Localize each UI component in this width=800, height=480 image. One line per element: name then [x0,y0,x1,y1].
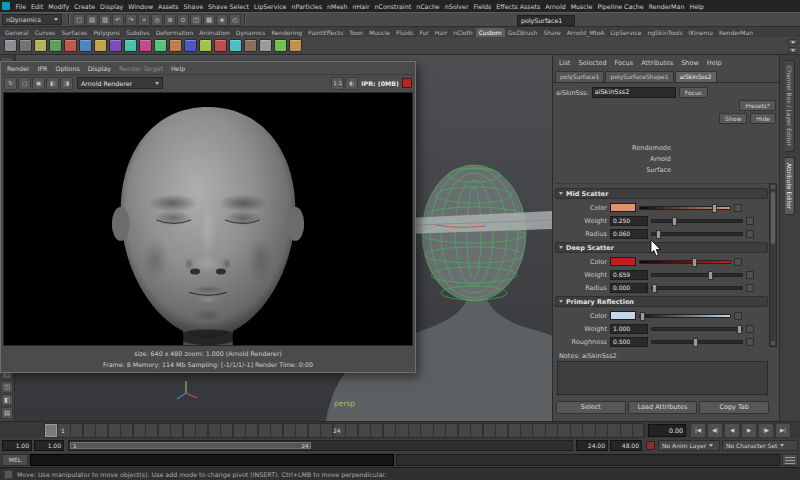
render-view-menu-0[interactable]: Render [3,65,33,72]
ae-tab-1[interactable]: polySurfaceShape1 [605,71,673,82]
new-scene-icon[interactable]: ▢ [73,14,85,26]
shelf-item-6[interactable] [79,39,92,52]
slider-handle[interactable] [652,284,657,293]
shelf-tab-23[interactable]: RenderMan [716,28,756,37]
map-button[interactable] [746,338,754,346]
shelf-item-3[interactable] [34,39,47,52]
scroll-down-icon[interactable] [771,341,775,345]
render-canvas[interactable] [3,92,413,346]
exposure-icon[interactable]: ◐ [345,77,358,90]
step-forward-frame-button[interactable]: |▶ [758,423,774,438]
render-view-menu-3[interactable]: Display [84,65,115,72]
render-current-frame-icon[interactable]: ▦ [203,14,215,26]
attr-value-field[interactable]: 0.250 [610,216,648,226]
menu-18[interactable]: Arnold [543,3,568,10]
shelf-item-19[interactable] [274,39,287,52]
undo-icon[interactable]: ↶ [112,14,124,26]
shelf-tab-17[interactable]: GoZBrush [505,28,541,37]
shelf-item-20[interactable] [289,39,302,52]
play-forward-button[interactable]: ▶ [741,423,757,438]
current-time-field[interactable]: 0.00 [648,424,686,437]
map-button[interactable] [746,284,754,292]
shelf-tab-15[interactable]: nCloth [450,28,476,37]
menu-15[interactable]: nSolver [442,3,471,10]
shelf-tab-19[interactable]: Arnold_MtoA [564,28,608,37]
menu-6[interactable]: Assets [156,3,182,10]
ae-menu-2[interactable]: Focus [611,59,638,67]
shelf-tab-2[interactable]: Surfaces [58,28,90,37]
command-input[interactable] [30,454,394,466]
section-header-mid-scatter[interactable]: Mid Scatter [555,188,768,199]
slider-handle[interactable] [708,271,713,280]
hide-button[interactable]: Hide [750,113,776,124]
attr-value-field[interactable]: 0.500 [610,337,648,347]
shelf-tab-10[interactable]: Toon [346,28,366,37]
map-button[interactable] [734,204,742,212]
step-back-key-button[interactable]: ◀| [707,423,723,438]
stop-ipr-button[interactable] [402,78,412,88]
shelf-tab-11[interactable]: Muscle [366,28,393,37]
one-to-one-icon[interactable]: 1:1 [331,77,344,90]
shelf-tab-7[interactable]: Dynamics [233,28,269,37]
menu-3[interactable]: Create [72,3,98,10]
auto-keyframe-icon[interactable] [646,441,655,450]
shelf-tab-6[interactable]: Animation [196,28,233,37]
menu-4[interactable]: Display [98,3,126,10]
script-editor-button[interactable] [782,454,798,466]
shelf-item-7[interactable] [94,39,107,52]
attr-value-field[interactable]: 1.000 [610,324,648,334]
snap-curve-icon[interactable]: ◎ [151,14,163,26]
menu-21[interactable]: RenderMan [646,3,687,10]
shelf-tab-18[interactable]: Share [540,28,563,37]
attr-value-field[interactable]: 0.060 [610,229,648,239]
color-slider[interactable] [639,206,731,210]
shelf-tab-5[interactable]: Deformation [153,28,196,37]
hypershade-layout-icon[interactable]: ▤ [1,407,13,419]
ae-menu-3[interactable]: Attributes [637,59,677,67]
shelf-tab-1[interactable]: Curves [32,28,59,37]
shelf-tab-14[interactable]: Hair [432,28,450,37]
mel-toggle-button[interactable]: MEL [2,454,28,466]
shelf-item-4[interactable] [49,39,62,52]
slider-handle[interactable] [737,325,742,334]
snap-point-icon[interactable]: ⊕ [164,14,176,26]
menuset-dropdown[interactable]: nDynamics [2,14,62,25]
menu-13[interactable]: nConstraint [372,3,414,10]
color-slider[interactable] [639,260,731,264]
go-to-end-button[interactable]: ▶| [775,423,791,438]
slider-handle[interactable] [640,312,645,321]
shelf-item-16[interactable] [229,39,242,52]
shelf-tab-21[interactable]: ngSkinTools [644,28,685,37]
shelf-tab-4[interactable]: Subdivs [123,28,153,37]
render-view-menu-5[interactable]: Help [167,65,189,72]
shelf-tab-0[interactable]: General [2,28,32,37]
show-button[interactable]: Show [719,113,747,124]
range-slider[interactable]: 1 24 [68,440,573,451]
menu-1[interactable]: Edit [29,3,46,10]
map-button[interactable] [734,258,742,266]
value-slider[interactable] [651,273,743,277]
menu-8[interactable]: Shave Select [206,3,252,10]
character-set-dropdown[interactable]: No Character Set [722,440,798,451]
ae-tab-2[interactable]: aiSkinSss2 [675,71,717,82]
shelf-tab-button[interactable] [788,47,798,53]
renderer-dropdown[interactable]: Arnold Renderer [77,77,163,89]
shelf-item-13[interactable] [184,39,197,52]
shelf-item-1[interactable] [4,39,17,52]
render-view-menu-1[interactable]: IPR [33,65,51,72]
notes-textarea[interactable] [557,361,768,395]
save-scene-icon[interactable]: ▥ [99,14,111,26]
slider-handle[interactable] [656,230,661,239]
menu-20[interactable]: Pipeline Cache [595,3,646,10]
shelf-item-8[interactable] [109,39,122,52]
shelf-item-14[interactable] [199,39,212,52]
value-slider[interactable] [651,219,743,223]
menu-16[interactable]: Fields [471,3,494,10]
render-view-menu-4[interactable]: Render Target [115,65,167,72]
map-button[interactable] [746,217,754,225]
anim-start-field[interactable]: 1.00 [2,440,32,451]
ae-menu-5[interactable]: Help [703,59,726,67]
map-button[interactable] [734,312,742,320]
menu-0[interactable]: File [13,3,29,10]
shelf-tab-22[interactable]: IKinema [686,28,716,37]
